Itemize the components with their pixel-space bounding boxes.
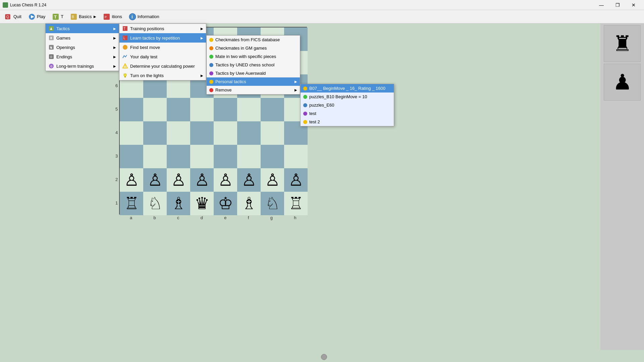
find-best-move-item[interactable]: Find best move [119,43,206,52]
chess-square[interactable]: ♙ [143,168,167,192]
test-dot [303,112,307,116]
chess-square[interactable] [120,121,143,145]
remove-item[interactable]: Remove ▶ [207,86,300,94]
training-icon: T [122,25,128,32]
menu-endings[interactable]: ♔ Endings ▶ [46,52,119,61]
chess-square[interactable] [167,121,190,145]
menu-play[interactable]: Play [25,10,49,23]
main-content: 8 7 6 5 4 3 2 1 ♙♙♙♙♙♙♙♙♖♘♗♛♔♗♘♖ a b c d… [0,23,644,350]
fics-checkmates-item[interactable]: Checkmates from FICS database [207,36,300,44]
chess-square[interactable]: ♙ [261,168,284,192]
svg-text:L: L [123,36,125,40]
chess-square[interactable]: ♖ [120,192,143,215]
chess-square[interactable]: ♛ [190,192,214,215]
chess-square[interactable]: ♙ [284,168,308,192]
b07-item[interactable]: B07__ BeginMove _ 16_ Rating _ 1600 [301,84,394,93]
fics-label: Checkmates from FICS database [215,37,280,42]
uwe-tactics-item[interactable]: Tactics by Uwe Auerswald [207,69,300,77]
minimize-button[interactable]: — [594,0,609,10]
chess-square[interactable] [261,98,284,121]
gm-checkmates-item[interactable]: Checkmates in GM games [207,44,300,52]
lights-arrow: ▶ [201,74,203,77]
menu-tactics[interactable]: ♟ Tactics ▶ [46,24,119,33]
menu-t[interactable]: T T [49,10,67,23]
uned-dot [209,63,213,67]
chess-square[interactable] [214,121,237,145]
tactics-icon: ♟ [48,25,54,32]
puzzlesb10-item[interactable]: puzzles_B10 BeginMove = 10 [301,93,394,101]
lights-item[interactable]: Turn on the lights ▶ [119,71,206,80]
right-piece-pawn: ♟ [604,64,641,101]
chess-square[interactable] [284,145,308,168]
chess-square[interactable] [167,98,190,121]
svg-point-29 [125,67,125,68]
file-labels: a b c d e f g h [119,215,307,221]
chess-square[interactable] [120,145,143,168]
chess-square[interactable] [237,121,261,145]
menu-openings[interactable]: ♞ Openings ▶ [46,43,119,52]
tactics-label: Tactics [56,26,70,31]
menu-longterm[interactable]: ⚙ Long-term trainings ▶ [46,61,119,71]
menu-positions[interactable]: P itions [100,10,125,23]
find-label: Find best move [130,45,160,50]
chess-square[interactable] [143,98,167,121]
training-positions-item[interactable]: T Training positions ▶ [119,24,206,33]
chess-square[interactable] [190,98,214,121]
menu-basics[interactable]: B Basics ▶ [67,10,100,23]
information-label: Information [138,14,159,19]
remove-label: Remove [215,87,231,93]
chess-square[interactable]: ♙ [190,168,214,192]
chess-square[interactable] [190,121,214,145]
chess-square[interactable]: ♙ [167,168,190,192]
mate-in-two-item[interactable]: Mate in two with specific pieces [207,52,300,61]
svg-text:♜: ♜ [50,36,53,40]
menu-quit[interactable]: Q Quit [1,10,25,23]
chess-square[interactable] [214,145,237,168]
test-item[interactable]: test [301,109,394,118]
chess-square[interactable]: ♙ [120,168,143,192]
svg-point-30 [124,74,126,76]
puzzlese60-label: puzzles_E60 [309,103,334,108]
chess-square[interactable]: ♘ [261,192,284,215]
openings-icon: ♞ [48,44,54,50]
learn-tactics-item[interactable]: L Learn tactics by repetition ▶ [119,33,206,43]
games-icon: ♜ [48,35,54,41]
test2-item[interactable]: test 2 [301,118,394,126]
chess-square[interactable] [261,121,284,145]
chess-square[interactable] [214,98,237,121]
chess-square[interactable]: ♘ [143,192,167,215]
personal-tactics-item[interactable]: Personal tactics ▶ [207,77,300,86]
menu-games[interactable]: ♜ Games ▶ [46,33,119,43]
puzzlese60-item[interactable]: puzzles_E60 [301,101,394,109]
gm-label: Checkmates in GM games [215,46,267,51]
chess-square[interactable] [143,121,167,145]
find-icon [122,44,128,50]
chess-square[interactable]: ♗ [237,192,261,215]
maximize-button[interactable]: ❐ [610,0,625,10]
puzzlesb10-label: puzzles_B10 BeginMove = 10 [309,94,367,99]
chess-square[interactable] [143,145,167,168]
uned-label: Tactics by UNED chess school [215,62,274,67]
chess-square[interactable] [167,145,190,168]
endings-arrow: ▶ [113,55,116,59]
daily-test-item[interactable]: Your daily test [119,52,206,61]
chess-square[interactable]: ♙ [214,168,237,192]
close-button[interactable]: ✕ [626,0,641,10]
calculating-power-item[interactable]: Determine your calculating power [119,61,206,71]
chess-square[interactable] [261,145,284,168]
chess-square[interactable]: ♔ [214,192,237,215]
menu-information[interactable]: i Information [125,10,163,23]
svg-text:i: i [131,14,133,19]
app-title: Lucas Chess R 1.24 [10,3,594,7]
chess-square[interactable] [237,145,261,168]
chess-square[interactable]: ♙ [237,168,261,192]
chess-square[interactable] [237,98,261,121]
chess-square[interactable] [120,98,143,121]
svg-line-32 [126,74,127,74]
chess-square[interactable]: ♗ [167,192,190,215]
uned-tactics-item[interactable]: Tactics by UNED chess school [207,61,300,69]
longterm-label: Long-term trainings [56,64,94,69]
chess-square[interactable]: ♖ [284,192,308,215]
chess-square[interactable] [190,145,214,168]
title-bar: Lucas Chess R 1.24 — ❐ ✕ [0,0,644,10]
